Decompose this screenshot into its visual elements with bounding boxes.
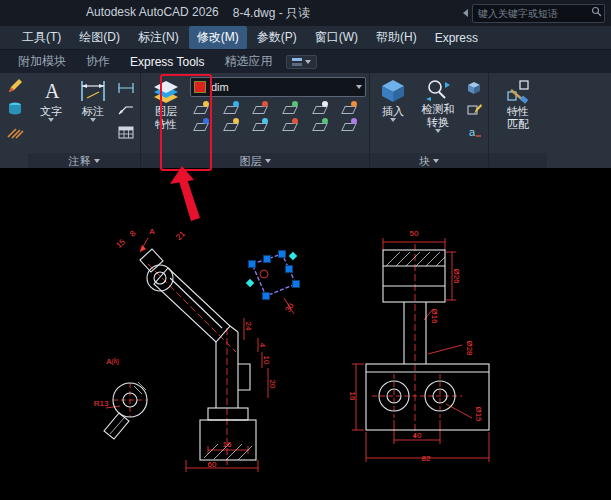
layer-unlock-icon[interactable]: [281, 117, 299, 132]
annotation-panel-footer[interactable]: 注释: [28, 153, 140, 169]
title-bar: Autodesk AutoCAD 2026 8-4.dwg - 只读: [0, 0, 611, 26]
chevron-down-icon: [305, 60, 311, 64]
layer-match-icon[interactable]: [340, 100, 358, 115]
chevron-down-icon: [390, 118, 396, 122]
block-panel-label: 块: [419, 154, 430, 169]
detect-convert-label-1: 检测和: [422, 103, 455, 115]
text-icon: A: [38, 78, 64, 104]
layer-current-icon[interactable]: [311, 100, 329, 115]
chevron-down-icon: [433, 159, 439, 163]
insert-button-label: 插入: [382, 105, 404, 117]
block-panel-footer[interactable]: 块: [370, 153, 488, 169]
menu-draw[interactable]: 绘图(D): [71, 26, 128, 49]
insert-button[interactable]: 插入: [373, 75, 413, 153]
table-icon[interactable]: [115, 123, 137, 141]
drawing-canvas[interactable]: A158212441020166030A向R1350Ø26Ø16Ø28Ø1540…: [0, 168, 611, 500]
tab-express-tools[interactable]: Express Tools: [120, 51, 214, 73]
layer-properties-label-2: 特性: [155, 118, 177, 130]
annotation-mini-tools: [115, 75, 137, 153]
layer-freeze-icon[interactable]: [251, 100, 269, 115]
chevron-down-icon: [48, 118, 54, 122]
menu-dimension[interactable]: 标注(N): [130, 26, 187, 49]
layer-lock-icon[interactable]: [281, 100, 299, 115]
layer-unisolate-icon[interactable]: [222, 117, 240, 132]
magnifier-convert-icon: [425, 78, 451, 102]
layer-panel-footer[interactable]: 图层: [141, 153, 369, 169]
app-title: Autodesk AutoCAD 2026: [86, 5, 219, 22]
match-properties-button[interactable]: 特性 匹配: [492, 75, 544, 153]
block-cube-icon: [380, 78, 406, 104]
layer-color-swatch: [194, 81, 206, 93]
panel-block: 插入 检测和 转换: [370, 73, 489, 169]
pencil-icon[interactable]: [4, 77, 26, 95]
tab-collaborate[interactable]: 协作: [76, 49, 120, 74]
layer-dropdown[interactable]: dim: [190, 77, 366, 97]
multileader-icon[interactable]: [115, 101, 137, 119]
hatch-lines-icon[interactable]: [4, 123, 26, 141]
paintbrush-icon: [505, 78, 531, 104]
chevron-down-icon: [435, 129, 441, 133]
svg-text:a: a: [469, 126, 476, 138]
snap-marker: [289, 252, 297, 260]
current-layer-name: dim: [211, 81, 229, 93]
dimension-button[interactable]: 标注: [73, 75, 113, 153]
match-properties-label-1: 特性: [507, 105, 529, 117]
dimension-icon: [79, 78, 107, 104]
quick-tools-column: [0, 73, 28, 169]
block-mini-tools: a: [463, 75, 485, 153]
menu-help[interactable]: 帮助(H): [368, 26, 425, 49]
layer-isolate-icon[interactable]: [222, 100, 240, 115]
panel-layers: 图层 特性 dim: [141, 73, 370, 169]
ribbon-grid-icon: [292, 58, 302, 66]
chevron-down-icon: [265, 159, 271, 163]
document-title: 8-4.dwg - 只读: [233, 5, 310, 22]
ribbon-display-toggle[interactable]: [286, 55, 317, 69]
layer-off-icon[interactable]: [192, 100, 210, 115]
collapse-search-icon[interactable]: [463, 9, 468, 17]
snap-marker: [246, 279, 254, 287]
selected-object[interactable]: [246, 252, 297, 296]
layer-properties-button[interactable]: 图层 特性: [144, 75, 188, 153]
layers-icon: [152, 78, 180, 104]
layer-thaw-icon[interactable]: [251, 117, 269, 132]
annotation-panel-label: 注释: [69, 154, 91, 169]
menu-parametric[interactable]: 参数(P): [249, 26, 305, 49]
edit-block-icon[interactable]: [463, 101, 485, 119]
linear-dimension-icon[interactable]: [115, 79, 137, 97]
search-input[interactable]: [472, 4, 605, 23]
cad-drawing: [0, 168, 611, 500]
chevron-down-icon: [356, 85, 362, 89]
ribbon-tab-bar: 附加模块 协作 Express Tools 精选应用: [0, 50, 611, 73]
layer-merge-icon[interactable]: [340, 117, 358, 132]
chevron-down-icon: [94, 159, 100, 163]
layer-tools-grid: [190, 100, 366, 132]
menu-tools[interactable]: 工具(T): [14, 26, 69, 49]
create-block-icon[interactable]: [463, 79, 485, 97]
attribute-icon[interactable]: a: [463, 123, 485, 141]
tab-featured-apps[interactable]: 精选应用: [214, 49, 282, 74]
panel-properties: 特性 匹配: [489, 73, 547, 169]
layer-change-icon[interactable]: [311, 117, 329, 132]
dimension-button-label: 标注: [82, 105, 104, 117]
cylinder-icon[interactable]: [4, 100, 26, 118]
svg-text:A: A: [45, 80, 60, 102]
layer-properties-label-1: 图层: [155, 105, 177, 117]
text-button-label: 文字: [40, 105, 62, 117]
ribbon: A 文字 标注: [0, 73, 611, 170]
detect-convert-label-2: 转换: [427, 116, 449, 128]
panel-annotation: A 文字 标注: [28, 73, 141, 169]
properties-panel-footer: [489, 153, 547, 169]
layer-panel-label: 图层: [240, 154, 262, 169]
layer-previous-icon[interactable]: [192, 117, 210, 132]
menu-express[interactable]: Express: [427, 28, 486, 48]
tab-add-ins[interactable]: 附加模块: [8, 49, 76, 74]
text-button[interactable]: A 文字: [31, 75, 71, 153]
menu-window[interactable]: 窗口(W): [307, 26, 366, 49]
match-properties-label-2: 匹配: [507, 118, 529, 130]
autocad-window: Autodesk AutoCAD 2026 8-4.dwg - 只读 工具(T)…: [0, 0, 611, 500]
menu-bar: 工具(T) 绘图(D) 标注(N) 修改(M) 参数(P) 窗口(W) 帮助(H…: [0, 26, 611, 50]
menu-modify[interactable]: 修改(M): [189, 26, 247, 49]
chevron-down-icon: [90, 118, 96, 122]
detect-convert-button[interactable]: 检测和 转换: [415, 75, 461, 153]
search-icon[interactable]: [591, 6, 602, 17]
